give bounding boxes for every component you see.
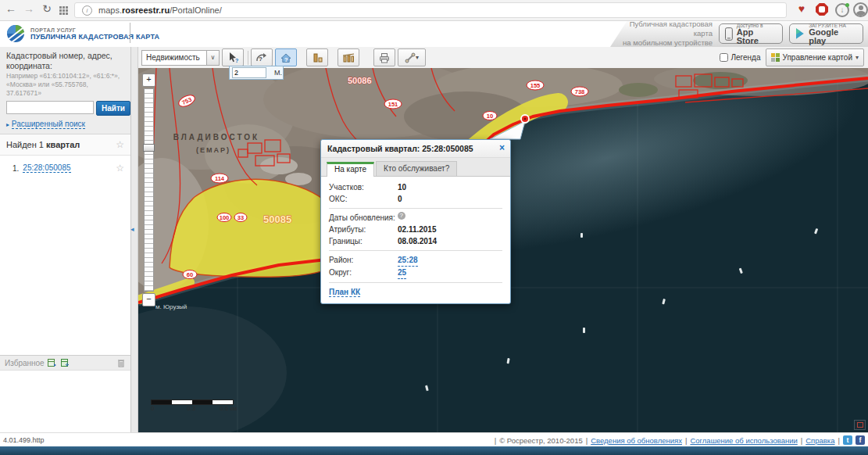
header-divider bbox=[130, 23, 130, 43]
updates-link[interactable]: Сведения об обновлениях bbox=[591, 436, 682, 445]
map-pane: Недвижимость ∨ ? ? ? bbox=[138, 47, 868, 432]
help-question-icon[interactable]: ? bbox=[398, 212, 405, 220]
attrs-value: 02.11.2015 bbox=[398, 224, 437, 235]
search-result-marker[interactable] bbox=[521, 115, 529, 123]
measure-info-button[interactable]: ? bbox=[251, 48, 273, 66]
favorites-label: Избранное bbox=[5, 359, 45, 367]
fence-icon bbox=[342, 52, 355, 63]
parcels-value: 10 bbox=[398, 181, 406, 193]
version-label: 4.01.499.http bbox=[3, 436, 45, 444]
collapse-arrow-icon: ◂ bbox=[130, 225, 134, 233]
result-item[interactable]: 1. 25:28:050085 ☆ bbox=[0, 156, 130, 181]
zoom-in-button[interactable]: + bbox=[142, 73, 155, 87]
city-label: ВЛАДИВОСТОК bbox=[173, 133, 259, 142]
svg-text:?: ? bbox=[284, 56, 288, 63]
map-control-caret-icon: ▾ bbox=[855, 54, 859, 61]
tab-who-serves[interactable]: Кто обслуживает? bbox=[376, 161, 457, 176]
okrug-label: Округ: bbox=[329, 267, 398, 279]
downloads-icon[interactable]: ↓ bbox=[835, 3, 849, 17]
okrug-link[interactable]: 25 bbox=[398, 267, 406, 279]
identify-cursor-button[interactable]: ? bbox=[222, 48, 244, 66]
print-button[interactable] bbox=[373, 48, 395, 66]
city-sublabel: (ЕМАР) bbox=[196, 146, 230, 154]
bookmark-heart-icon[interactable]: ♥ bbox=[794, 2, 809, 15]
popup-separator bbox=[329, 282, 502, 283]
svg-text:155: 155 bbox=[530, 82, 541, 89]
search-input[interactable] bbox=[6, 101, 94, 114]
browser-menu-grid-icon[interactable] bbox=[59, 6, 68, 15]
district-link[interactable]: 25:28 bbox=[398, 254, 418, 267]
printer-icon bbox=[378, 52, 391, 63]
mobile-promo-text: Публичная кадастровая карта на мобильном… bbox=[610, 20, 713, 48]
legend-checkbox[interactable] bbox=[720, 53, 728, 62]
bottom-taskbar-strip bbox=[0, 446, 868, 455]
object-type-dropdown[interactable]: Недвижимость ∨ bbox=[141, 50, 220, 66]
legend-toggle[interactable]: Легенда bbox=[720, 53, 760, 62]
popup-close-icon[interactable]: × bbox=[499, 142, 505, 153]
find-button[interactable]: Найти bbox=[96, 101, 130, 116]
zoom-slider-handle[interactable] bbox=[143, 144, 155, 152]
favorites-trash-icon[interactable] bbox=[116, 358, 126, 367]
fullscreen-icon[interactable] bbox=[854, 420, 866, 430]
url-text: maps.rosreestr.ru/PortalOnline/ bbox=[98, 5, 222, 15]
result-star-icon[interactable]: ☆ bbox=[116, 163, 124, 174]
measure-tool-button[interactable]: ▾ bbox=[398, 48, 426, 66]
dropdown-arrow-icon: ∨ bbox=[206, 51, 219, 65]
house-question-icon: ? bbox=[280, 52, 292, 63]
scale-bar: 0 0.3 0.6 км bbox=[151, 399, 241, 413]
address-bar[interactable]: i maps.rosreestr.ru/PortalOnline/ bbox=[74, 2, 787, 18]
footer-separator: | bbox=[838, 436, 840, 445]
browser-back-icon[interactable]: ← bbox=[3, 2, 19, 15]
facebook-icon[interactable]: f bbox=[855, 435, 865, 445]
quarter-label-50085: 50085 bbox=[263, 213, 291, 225]
rosreestr-logo[interactable]: ПОРТАЛ УСЛУГ ПУБЛИЧНАЯ КАДАСТРОВАЯ КАРТА bbox=[5, 23, 159, 44]
adblock-icon[interactable] bbox=[816, 3, 828, 16]
zoom-control: + − bbox=[142, 73, 155, 306]
svg-text:114: 114 bbox=[215, 175, 225, 182]
zoom-slider-track[interactable] bbox=[144, 88, 154, 292]
scale-mid: 0.3 bbox=[187, 405, 195, 412]
browser-forward-icon[interactable]: → bbox=[21, 2, 37, 15]
scale-bar-segments bbox=[151, 399, 234, 405]
page-info-icon[interactable]: i bbox=[82, 5, 92, 16]
sidebar-collapse-strip[interactable]: ◂ bbox=[131, 47, 138, 432]
search-panel: Кадастровый номер, адрес, координата: На… bbox=[0, 47, 130, 134]
profile-icon[interactable] bbox=[853, 2, 868, 17]
tab-on-map[interactable]: На карте bbox=[327, 162, 374, 177]
svg-text:10: 10 bbox=[487, 113, 493, 120]
site-header: ПОРТАЛ УСЛУГ ПУБЛИЧНАЯ КАДАСТРОВАЯ КАРТА… bbox=[0, 20, 868, 47]
point-search-button[interactable]: ? bbox=[275, 48, 297, 66]
oks-tool-button[interactable] bbox=[306, 48, 328, 66]
curved-arrow-question-icon: ? bbox=[255, 52, 268, 63]
boundary-tool-button[interactable] bbox=[338, 48, 359, 66]
logo-line1: ПОРТАЛ УСЛУГ bbox=[30, 27, 159, 33]
svg-text:?: ? bbox=[259, 56, 263, 63]
svg-text:?: ? bbox=[235, 58, 238, 63]
twitter-icon[interactable]: t bbox=[843, 435, 852, 445]
plan-kk-link[interactable]: План КК bbox=[329, 288, 360, 297]
favorites-import-icon[interactable] bbox=[60, 358, 70, 367]
buffer-distance-box: М. bbox=[229, 66, 284, 80]
browser-reload-icon[interactable]: ↻ bbox=[39, 2, 55, 15]
appstore-badge[interactable]: Доступно в App Store bbox=[719, 23, 783, 44]
help-link[interactable]: Справка bbox=[805, 436, 834, 445]
results-star-icon[interactable]: ☆ bbox=[116, 139, 124, 150]
buffer-distance-input[interactable] bbox=[232, 67, 266, 78]
quarter-label-50086: 50086 bbox=[348, 76, 372, 85]
search-hint: Например «61:6:10104:12», «61:6:*», «Мос… bbox=[6, 72, 124, 98]
popup-separator bbox=[329, 208, 502, 209]
map-canvas[interactable]: 753 151 155 738 114 60 100 33 10 50 bbox=[138, 68, 868, 432]
googleplay-badge[interactable]: ЗАГРУЗИТЕ НА Google play bbox=[789, 23, 863, 44]
favorites-body bbox=[0, 371, 130, 436]
svg-text:100: 100 bbox=[220, 214, 230, 221]
favorites-export-icon[interactable] bbox=[48, 358, 57, 367]
popup-body: Участков:10 ОКС:0 Даты обновления:? Атри… bbox=[321, 177, 510, 303]
map-control-button[interactable]: Управление картой ▾ bbox=[766, 48, 865, 66]
advanced-search-link[interactable]: ▸ Расширенный поиск bbox=[6, 120, 124, 128]
zoom-out-button[interactable]: − bbox=[142, 293, 155, 306]
terms-link[interactable]: Соглашение об использовании bbox=[690, 436, 797, 445]
quarter-info-popup: Кадастровый квартал: 25:28:050085 × На к… bbox=[320, 139, 511, 304]
oks-label: ОКС: bbox=[329, 193, 398, 205]
cursor-question-icon: ? bbox=[227, 52, 239, 63]
result-link[interactable]: 25:28:050085 bbox=[23, 163, 70, 173]
